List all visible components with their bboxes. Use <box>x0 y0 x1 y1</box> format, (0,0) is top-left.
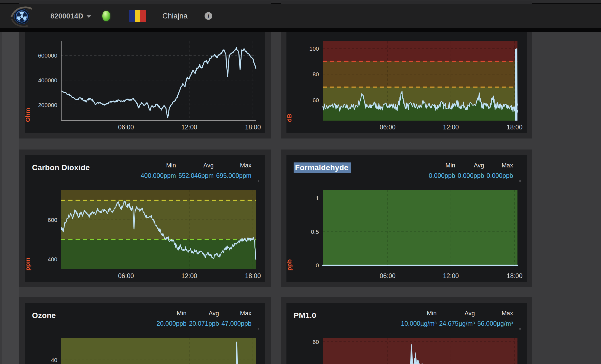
x-tick-label: 18:00 <box>245 124 261 131</box>
stat-max-value: 695.000ppm <box>216 172 251 180</box>
page-left-gutter <box>2 32 19 364</box>
noise-chart[interactable]: 608010006:0012:0018:00 <box>323 41 517 121</box>
x-tick-label: 06:00 <box>118 272 134 279</box>
info-icon[interactable]: i <box>205 12 212 20</box>
stat-min-label: Min <box>166 162 176 169</box>
stat-max: Max 695.000ppm <box>216 162 251 180</box>
panel-ozone: Ozone Min 20.000ppb Avg 20.071ppb Max 47… <box>19 297 271 364</box>
selected-text: Formaldehyde <box>294 162 351 173</box>
uradmonitor-logo-icon[interactable] <box>10 4 34 28</box>
o3-plot: 20304006:0012:0018:00 <box>61 338 256 364</box>
stats-summary: Min 400.000ppm Avg 552.046ppm Max 695.00… <box>141 162 251 180</box>
x-tick-label: 12:00 <box>443 124 459 131</box>
y-tick-label: 600 <box>48 217 57 223</box>
panel-pm1: PM1.0 Min 10.000µg/m³ Avg 24.675µg/m³ Ma… <box>281 297 532 364</box>
pm1-chart[interactable]: 20406006:0012:0018:00 <box>323 338 517 364</box>
y-tick-label: 200000 <box>38 102 57 108</box>
y-axis-unit-label: ppm <box>24 257 31 271</box>
x-tick-label: 12:00 <box>181 272 197 279</box>
y-tick-label: 1 <box>316 195 319 201</box>
stat-avg: Avg 24.675µg/m³ <box>439 310 475 327</box>
ozone-chart[interactable]: 20304006:0012:0018:00 <box>61 338 256 364</box>
panel-corner-handle <box>519 180 521 182</box>
y-axis-unit-label: Ohm <box>24 108 31 122</box>
chevron-down-icon <box>87 15 91 18</box>
stat-min: Min 400.000ppm <box>141 162 176 180</box>
stat-avg-value: 24.675µg/m³ <box>439 320 475 327</box>
panel-title: Ozone <box>32 311 56 320</box>
stat-min-label: Min <box>427 310 436 317</box>
y-tick-label: 40 <box>51 357 57 363</box>
y-tick-label: 60 <box>313 97 319 103</box>
noise-plot: 608010006:0012:0018:00 <box>323 41 517 121</box>
panel-title: Carbon Dioxide <box>32 163 90 172</box>
y-tick-label: 400000 <box>38 77 57 83</box>
co2-plot: 40060006:0012:0018:00 <box>61 190 256 269</box>
stat-avg: Avg 552.046ppm <box>178 162 214 180</box>
y-tick-label: 600000 <box>38 52 57 59</box>
romania-flag-icon <box>129 10 146 22</box>
panel-formaldehyde: Formaldehyde Min 0.000ppb Avg 0.000ppb M… <box>281 150 532 287</box>
voc-plot: 20000040000060000006:0012:0018:00 <box>61 41 256 121</box>
navbar: 8200014D Chiajna i <box>0 4 601 32</box>
stat-max-value: 0.000ppb <box>487 172 513 180</box>
location-label: Chiajna <box>162 12 188 20</box>
y-axis-unit-label: dB <box>286 114 293 122</box>
hcho-plot: 00.5106:0012:0018:00 <box>323 190 517 269</box>
stats-summary: Min 0.000ppb Avg 0.000ppb Max 0.000ppb <box>429 162 513 180</box>
stat-min-value: 0.000ppb <box>429 172 455 180</box>
y-tick-label: 100 <box>309 45 319 52</box>
stat-max-label: Max <box>501 162 513 169</box>
stat-avg-value: 20.071ppb <box>189 320 219 327</box>
stat-min-label: Min <box>446 162 455 169</box>
threshold-band <box>323 190 517 265</box>
stat-avg-value: 0.000ppb <box>458 172 484 180</box>
stat-min: Min 20.000ppb <box>157 310 187 327</box>
panel-title: Formaldehyde <box>294 163 351 172</box>
hcho-chart[interactable]: 00.5106:0012:0018:00 <box>323 190 517 269</box>
status-online-indicator <box>102 11 110 21</box>
stat-avg-label: Avg <box>209 310 219 317</box>
x-tick-label: 18:00 <box>507 272 523 279</box>
flag-stripe-blue <box>129 10 135 22</box>
series-line <box>61 48 256 118</box>
stat-avg-value: 552.046ppm <box>178 172 214 180</box>
x-tick-label: 06:00 <box>380 272 396 279</box>
stat-avg-label: Avg <box>203 162 214 169</box>
y-axis-unit-label: ppb <box>286 259 293 271</box>
threshold-band <box>323 41 517 61</box>
co2-chart[interactable]: 40060006:0012:0018:00 <box>61 190 256 269</box>
stat-min-value: 10.000µg/m³ <box>401 320 437 327</box>
stat-max-value: 56.000µg/m³ <box>477 320 513 327</box>
y-tick-label: 0.5 <box>311 229 319 235</box>
stat-min-value: 20.000ppb <box>157 320 187 327</box>
voc-chart[interactable]: 20000040000060000006:0012:0018:00 <box>61 41 256 121</box>
x-tick-label: 12:00 <box>181 124 197 131</box>
flag-stripe-red <box>140 10 146 22</box>
stats-summary: Min 20.000ppb Avg 20.071ppb Max 47.000pp… <box>157 310 251 327</box>
x-tick-label: 06:00 <box>118 124 134 131</box>
stat-min-value: 400.000ppm <box>141 172 176 180</box>
panel-corner-handle <box>519 328 521 330</box>
stat-min-label: Min <box>177 310 186 317</box>
stat-max-label: Max <box>240 162 251 169</box>
stat-max-label: Max <box>240 310 251 317</box>
y-tick-label: 400 <box>48 256 57 262</box>
stat-max: Max 0.000ppb <box>487 162 513 180</box>
stat-avg-label: Avg <box>465 310 475 317</box>
device-id-selector[interactable]: 8200014D <box>50 12 91 20</box>
stat-max-value: 47.000ppb <box>221 320 251 327</box>
x-tick-label: 12:00 <box>443 272 459 279</box>
panel-corner-handle <box>258 180 259 182</box>
y-tick-label: 60 <box>313 339 319 345</box>
panel-corner-handle <box>258 328 259 330</box>
flag-stripe-yellow <box>135 10 141 22</box>
x-tick-label: 18:00 <box>245 272 261 279</box>
device-id: 8200014D <box>50 12 83 20</box>
stats-summary: Min 10.000µg/m³ Avg 24.675µg/m³ Max 56.0… <box>401 310 513 327</box>
stat-max: Max 47.000ppb <box>221 310 251 327</box>
panel-title: PM1.0 <box>294 311 316 320</box>
stat-max: Max 56.000µg/m³ <box>477 310 513 327</box>
stat-avg: Avg 0.000ppb <box>458 162 484 180</box>
x-tick-label: 18:00 <box>507 124 523 131</box>
